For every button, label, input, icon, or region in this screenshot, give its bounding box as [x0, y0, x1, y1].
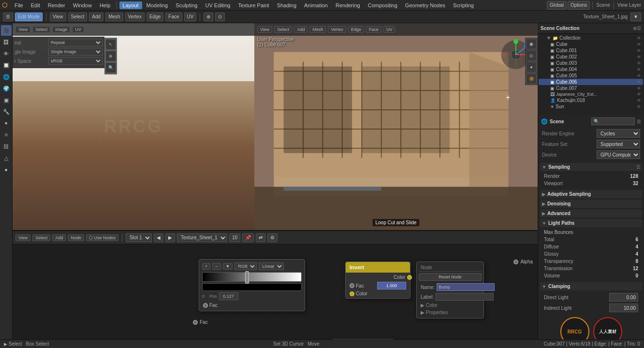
ne-node-btn[interactable]: Node: [68, 234, 84, 241]
direct-light-field[interactable]: [609, 293, 638, 302]
sun-eye[interactable]: 👁: [637, 104, 641, 109]
popup-color-row[interactable]: ▶ Color: [419, 302, 482, 309]
ne-select-btn[interactable]: Select: [32, 234, 50, 241]
ne-texture-select[interactable]: Texture_Sheet_1: [177, 233, 227, 242]
workspace-texture-paint[interactable]: Texture Paint: [234, 1, 272, 9]
denoising-header[interactable]: ▶ Denoising: [540, 200, 642, 208]
tree-cube004[interactable]: ▣ Cube.004 👁: [539, 66, 643, 72]
ne-slot-select[interactable]: Slot 1: [126, 233, 152, 242]
vr-edge-btn[interactable]: Edge: [348, 26, 364, 33]
vr-select-btn[interactable]: Select: [274, 26, 292, 33]
workspace-sculpting[interactable]: Sculpting: [172, 1, 201, 9]
color-gradient[interactable]: [202, 272, 302, 282]
vr-add-btn[interactable]: Add: [294, 26, 307, 33]
workspace-scripting[interactable]: Scripting: [450, 1, 477, 9]
output-icon[interactable]: 🖼: [1, 37, 12, 47]
menu-edit[interactable]: Edit: [28, 1, 44, 9]
viewport-right[interactable]: View Select Add Mesh Vertex Edge Face UV…: [254, 23, 538, 230]
vl-view-btn[interactable]: View: [15, 26, 30, 33]
workspace-compositing[interactable]: Compositing: [365, 1, 401, 9]
indirect-light-field[interactable]: [609, 304, 638, 312]
tree-cube007[interactable]: ▣ Cube.007 👁: [539, 85, 643, 91]
gradient-handle[interactable]: [245, 271, 249, 284]
vr-tool-wire[interactable]: ◎: [526, 50, 537, 61]
view-dropdown[interactable]: ▼: [630, 13, 641, 21]
mesh-btn[interactable]: Mesh: [105, 13, 123, 21]
clamping-header[interactable]: ▼ Clamping: [540, 282, 642, 290]
vr-mesh-btn[interactable]: Mesh: [309, 26, 326, 33]
render-icon[interactable]: 🎥: [1, 25, 12, 36]
render-engine-select[interactable]: Cycles: [597, 129, 640, 138]
tree-kachujin[interactable]: 👤 Kachujin.018 👁: [539, 97, 643, 103]
workspace-shading[interactable]: Shading: [274, 1, 300, 9]
world-icon[interactable]: 🌍: [1, 83, 12, 94]
ne-use-nodes-btn[interactable]: ⬡ Use Nodes: [86, 234, 118, 241]
tree-japanese-city[interactable]: 🖼 Japanese_City_Est... 👁: [539, 91, 643, 97]
cube004-eye[interactable]: 👁: [637, 67, 641, 72]
proportional-btn[interactable]: ⊙: [215, 13, 225, 21]
cube002-eye[interactable]: 👁: [637, 55, 641, 59]
tree-cube003[interactable]: ▣ Cube.003 👁: [539, 60, 643, 66]
ne-pin[interactable]: 📌: [242, 233, 254, 242]
cp-interp[interactable]: Linear: [259, 262, 284, 270]
vr-uv-btn[interactable]: UV: [383, 26, 395, 33]
node-canvas[interactable]: Alpha + − ▼ RGB: [13, 245, 538, 348]
node-editor[interactable]: View Select Add Node ⬡ Use Nodes Slot 1 …: [13, 231, 538, 348]
pos-field[interactable]: 0.127: [219, 292, 238, 300]
vertex-btn[interactable]: Vertex: [125, 13, 145, 21]
invert-node[interactable]: Invert Color: [345, 261, 410, 299]
tree-cube002[interactable]: ▣ Cube.002 👁: [539, 54, 643, 60]
menu-render[interactable]: Render: [44, 1, 69, 9]
props-search[interactable]: [591, 117, 635, 125]
object-icon[interactable]: ▣: [1, 95, 12, 105]
cp-dropdown[interactable]: ▼: [223, 263, 233, 270]
cube006-eye[interactable]: 👁: [637, 80, 641, 85]
data-icon[interactable]: △: [1, 153, 12, 163]
face-btn[interactable]: Face: [165, 13, 182, 21]
vl-tool3[interactable]: 🔍: [105, 62, 116, 73]
sampling-menu-btn[interactable]: ☰: [636, 165, 640, 170]
scene-filter-btn[interactable]: ⊕: [633, 26, 637, 31]
workspace-layout[interactable]: Layout: [119, 1, 142, 9]
edge-btn[interactable]: Edge: [146, 13, 163, 21]
vr-face-btn[interactable]: Face: [366, 26, 381, 33]
adaptive-header[interactable]: ▶ Adaptive Sampling: [540, 190, 642, 198]
select-btn[interactable]: Select: [68, 13, 88, 21]
space-select[interactable]: sRGB: [48, 57, 102, 65]
compositor-icon[interactable]: 🔲: [1, 60, 12, 71]
particles-icon[interactable]: ✦: [1, 118, 12, 129]
cp-mode[interactable]: RGB: [234, 262, 257, 270]
add-btn[interactable]: Add: [89, 13, 103, 21]
ne-prev-slot[interactable]: ◀: [154, 233, 163, 242]
vr-view-btn[interactable]: View: [257, 26, 272, 33]
cp-minus[interactable]: −: [212, 263, 220, 270]
tree-collection[interactable]: ▼ 📁 Collection 👁: [539, 35, 643, 41]
view-btn[interactable]: View: [50, 13, 66, 21]
ne-options[interactable]: ⚙: [267, 233, 278, 242]
viewport-left[interactable]: RRCG View Select Image UV eat Repeat: [13, 23, 254, 230]
jc-eye[interactable]: 👁: [637, 92, 641, 97]
scene-icon[interactable]: 🌐: [1, 72, 12, 82]
light-paths-header[interactable]: ▼ Light Paths: [540, 219, 642, 227]
viewport-top[interactable]: RRCG View Select Image UV eat Repeat: [13, 23, 538, 231]
image-select[interactable]: Single Image: [48, 48, 102, 56]
vl-tool2[interactable]: ⊕: [105, 51, 116, 61]
ne-sync[interactable]: ⇄: [256, 233, 265, 242]
workspace-uv-editing[interactable]: UV Editing: [202, 1, 234, 9]
device-select[interactable]: GPU Compute: [597, 150, 640, 159]
physics-icon[interactable]: ⚛: [1, 130, 12, 140]
color-ramp-card[interactable]: + − ▼ RGB Linear: [199, 259, 305, 311]
vl-tool1[interactable]: ↖: [105, 39, 116, 50]
collection-eye[interactable]: 👁: [637, 36, 641, 41]
uv-btn[interactable]: UV: [184, 13, 197, 21]
global-orientation-button[interactable]: Global: [547, 1, 567, 10]
cube005-eye[interactable]: 👁: [637, 73, 641, 78]
vl-uv-btn[interactable]: UV: [72, 26, 84, 33]
popup-label-field[interactable]: [436, 293, 494, 301]
props-options-btn[interactable]: ☰: [637, 119, 641, 124]
view-icon[interactable]: 👁: [1, 48, 12, 59]
menu-window[interactable]: Window: [70, 1, 95, 9]
workspace-rendering[interactable]: Rendering: [332, 1, 364, 9]
workspace-geometry-nodes[interactable]: Geometry Nodes: [402, 1, 449, 9]
vr-vertex-btn[interactable]: Vertex: [328, 26, 346, 33]
